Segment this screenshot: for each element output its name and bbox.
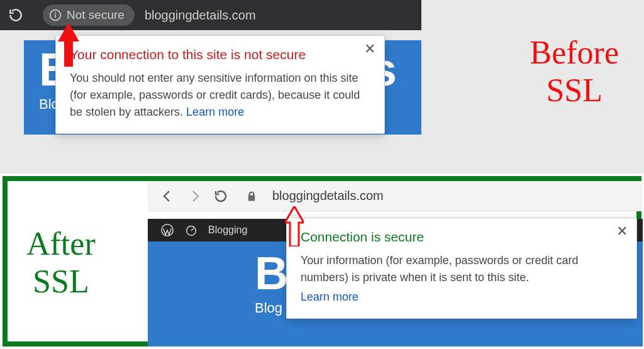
- url-text[interactable]: bloggingdetails.com: [272, 189, 384, 203]
- pointer-arrow-icon: [285, 206, 304, 247]
- wordpress-icon: [160, 223, 174, 237]
- close-icon[interactable]: ✕: [614, 223, 630, 240]
- before-ssl-label: BeforeSSL: [530, 34, 619, 109]
- popup-title: Connection is secure: [301, 230, 623, 245]
- after-panel: AfterSSL bloggingdetails.com Blogging Bl…: [0, 174, 644, 349]
- before-panel: Not secure bloggingdetails.com Bloggingd…: [0, 0, 644, 174]
- reload-icon[interactable]: [8, 7, 24, 23]
- info-icon: [49, 9, 62, 21]
- pointer-arrow-icon: [58, 23, 79, 67]
- dashboard-icon: [184, 223, 198, 237]
- popup-body: Your information (for example, passwords…: [301, 252, 623, 306]
- svg-marker-6: [285, 206, 304, 247]
- reload-icon[interactable]: [213, 189, 228, 204]
- wp-site-name: Blogging: [208, 224, 247, 236]
- back-icon[interactable]: [160, 189, 175, 204]
- forward-icon[interactable]: [187, 189, 202, 204]
- close-icon[interactable]: ✕: [362, 41, 378, 57]
- security-popup-insecure: ✕ Your connection to this site is not se…: [55, 35, 385, 134]
- not-secure-badge[interactable]: Not secure: [43, 4, 135, 26]
- address-bar-light: bloggingdetails.com: [148, 181, 643, 211]
- popup-title: Your connection to this site is not secu…: [70, 47, 370, 62]
- svg-rect-1: [55, 14, 56, 18]
- svg-rect-2: [55, 12, 56, 13]
- learn-more-link[interactable]: Learn more: [186, 106, 244, 118]
- popup-body: You should not enter any sensitive infor…: [70, 70, 370, 121]
- highlight-frame: AfterSSL bloggingdetails.com Blogging Bl…: [3, 176, 641, 346]
- learn-more-link[interactable]: Learn more: [301, 289, 623, 306]
- url-text[interactable]: bloggingdetails.com: [145, 8, 256, 23]
- security-popup-secure: ✕ Connection is secure Your information …: [286, 218, 637, 319]
- after-ssl-label: AfterSSL: [26, 225, 96, 301]
- lock-icon[interactable]: [246, 191, 257, 202]
- svg-point-5: [187, 226, 196, 236]
- not-secure-label: Not secure: [67, 8, 125, 22]
- svg-marker-3: [58, 23, 79, 67]
